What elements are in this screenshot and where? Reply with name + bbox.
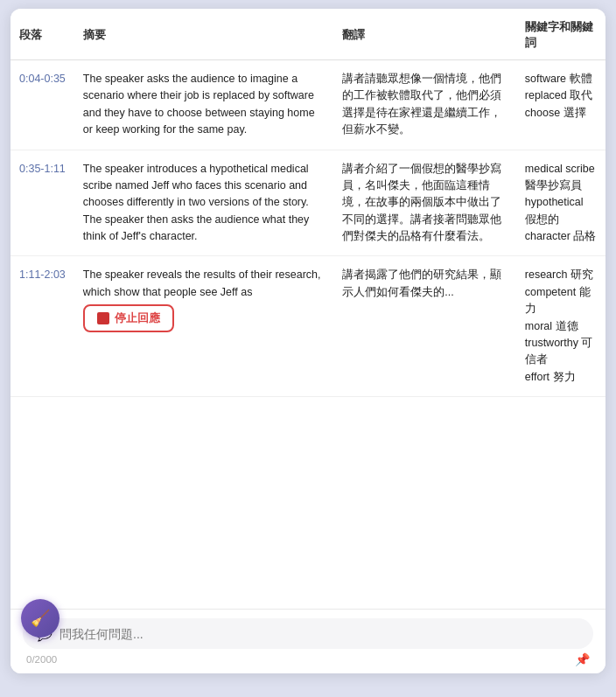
- keyword-item: moral 道德: [525, 318, 597, 335]
- segment-time-1: 0:04-0:35: [10, 60, 74, 150]
- input-row: 💬: [23, 618, 593, 649]
- stop-response-button[interactable]: 停止回應: [83, 304, 174, 332]
- keyword-item: character 品格: [525, 228, 597, 245]
- translation-1: 講者請聽眾想像一個情境，他們的工作被軟體取代了，他們必須選擇是待在家裡還是繼續工…: [333, 60, 515, 150]
- keyword-item: choose 選擇: [525, 105, 597, 122]
- keyword-item: medical scribe 醫學抄寫員: [525, 161, 597, 195]
- segment-time-3: 1:11-2:03: [10, 256, 74, 397]
- keywords-1: software 軟體 replaced 取代 choose 選擇: [516, 60, 606, 150]
- col-keywords-header: 關鍵字和關鍵詞: [516, 9, 606, 60]
- keyword-item: trustworthy 可信者: [525, 335, 597, 369]
- table-row: 0:35-1:11 The speaker introduces a hypot…: [10, 150, 606, 256]
- col-summary-header: 摘要: [74, 9, 334, 60]
- keyword-item: replaced 取代: [525, 87, 597, 104]
- col-segment-header: 段落: [10, 9, 74, 60]
- chat-input[interactable]: [60, 627, 581, 641]
- pin-icon[interactable]: 📌: [575, 652, 590, 666]
- translation-3: 講者揭露了他們的研究結果，顯示人們如何看傑夫的...: [333, 256, 515, 397]
- summary-2: The speaker introduces a hypothetical me…: [74, 150, 334, 256]
- table-row: 1:11-2:03 The speaker reveals the result…: [10, 256, 606, 397]
- table-row: 0:04-0:35 The speaker asks the audience …: [10, 60, 606, 150]
- keyword-item: competent 能力: [525, 284, 597, 318]
- char-count: 0/2000: [26, 654, 57, 665]
- keywords-2: medical scribe 醫學抄寫員 hypothetical 假想的 ch…: [516, 150, 606, 256]
- keywords-3: research 研究 competent 能力 moral 道德 trustw…: [516, 256, 606, 397]
- translation-2: 講者介紹了一個假想的醫學抄寫員，名叫傑夫，他面臨這種情境，在故事的兩個版本中做出…: [333, 150, 515, 256]
- summary-3: The speaker reveals the results of their…: [74, 256, 334, 397]
- summary-text-3: The speaker reveals the results of their…: [83, 267, 326, 301]
- keyword-item: research 研究: [525, 267, 597, 283]
- segment-time-2: 0:35-1:11: [10, 150, 74, 256]
- keyword-item: effort 努力: [525, 369, 597, 386]
- input-bar: 💬 0/2000 📌: [10, 609, 606, 673]
- char-count-row: 0/2000 📌: [23, 649, 593, 668]
- keyword-item: software 軟體: [525, 71, 597, 87]
- fab-button[interactable]: 🧹: [21, 599, 60, 638]
- fab-icon: 🧹: [31, 609, 50, 628]
- stop-button-overlay: 停止回應: [83, 304, 326, 332]
- stop-label: 停止回應: [115, 310, 160, 326]
- col-translation-header: 翻譯: [333, 9, 515, 60]
- summary-1: The speaker asks the audience to imagine…: [74, 60, 334, 150]
- stop-icon: [97, 312, 109, 324]
- keyword-item: hypothetical 假想的: [525, 194, 597, 228]
